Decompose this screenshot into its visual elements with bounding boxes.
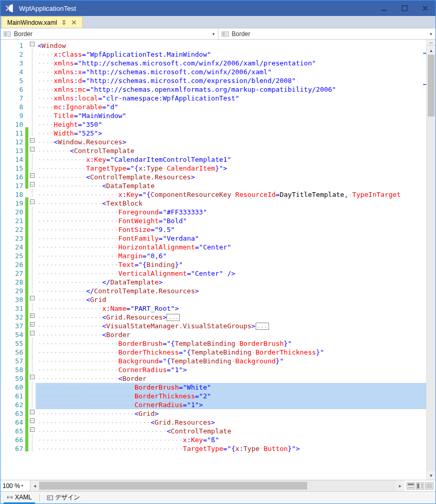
code-area[interactable]: <Window····x:Class="WpfApplicationTest.M… (36, 40, 426, 480)
zoom-value: 100 % (3, 482, 20, 490)
svg-rect-6 (408, 483, 414, 485)
designer-tab-bar: XAML デザイン (1, 491, 435, 503)
design-icon (47, 495, 53, 500)
svg-rect-9 (421, 483, 423, 489)
arrows-icon (7, 495, 13, 500)
scroll-left-icon[interactable]: ◂ (30, 480, 39, 491)
fold-column: −−−−−−−++−−−−− (28, 40, 36, 480)
svg-rect-10 (426, 483, 432, 489)
horizontal-scrollbar[interactable]: ◂ ▸ (30, 480, 405, 491)
scroll-track[interactable] (427, 55, 435, 471)
xaml-tab[interactable]: XAML (4, 492, 35, 503)
split-none-button[interactable] (425, 482, 433, 490)
chevron-down-icon: ▾ (21, 483, 23, 488)
window-title: WpfApplicationTest (19, 5, 76, 12)
svg-rect-0 (381, 10, 387, 11)
close-button[interactable] (415, 1, 435, 16)
svg-rect-5 (223, 32, 225, 36)
nav-scope-dropdown[interactable]: Border ▾ (1, 28, 219, 39)
svg-rect-7 (408, 486, 414, 489)
zoom-dropdown[interactable]: 100 % ▾ (1, 480, 30, 491)
design-tab[interactable]: デザイン (44, 492, 83, 503)
svg-rect-8 (417, 483, 420, 489)
nav-member-label: Border (232, 30, 250, 38)
split-horizontal-button[interactable] (407, 482, 415, 490)
scroll-up-icon[interactable]: ▴ (427, 46, 435, 55)
nav-member-dropdown[interactable]: Border ▾ (219, 28, 436, 39)
scroll-thumb[interactable] (428, 55, 434, 116)
tab-mainwindow-xaml[interactable]: MainWindow.xaml (2, 16, 82, 28)
close-tab-icon[interactable] (71, 19, 78, 26)
svg-rect-1 (402, 6, 407, 11)
vs-logo-icon (5, 4, 14, 13)
split-handle-icon[interactable]: ↔ (427, 40, 435, 46)
app-window: WpfApplicationTest MainWindow.xaml Borde… (0, 0, 436, 504)
vertical-scrollbar[interactable]: ↔ ▴ ▾ (426, 40, 435, 480)
xaml-tab-label: XAML (15, 494, 32, 501)
tab-separator (39, 494, 40, 501)
chevron-down-icon: ▾ (212, 31, 215, 37)
svg-rect-12 (48, 497, 50, 499)
maximize-button[interactable] (394, 1, 415, 16)
design-tab-label: デザイン (55, 493, 80, 502)
document-tab-row: MainWindow.xaml (1, 16, 435, 28)
chevron-down-icon: ▾ (430, 31, 432, 37)
minimize-button[interactable] (374, 1, 394, 16)
scroll-right-icon[interactable]: ▸ (396, 480, 405, 491)
tab-label: MainWindow.xaml (7, 19, 57, 26)
hscroll-track[interactable] (39, 480, 396, 491)
nav-bar: Border ▾ Border ▾ (1, 28, 435, 40)
hscroll-thumb[interactable] (39, 482, 307, 490)
code-editor[interactable]: 1234567891011121314151617181920212223242… (1, 40, 435, 480)
split-view-buttons (405, 482, 435, 490)
editor-status-row: 100 % ▾ ◂ ▸ (1, 480, 435, 491)
titlebar[interactable]: WpfApplicationTest (1, 1, 435, 16)
scroll-down-icon[interactable]: ▾ (427, 471, 435, 480)
nav-scope-label: Border (14, 30, 32, 38)
split-vertical-button[interactable] (416, 482, 424, 490)
svg-rect-3 (5, 32, 7, 36)
element-icon (222, 31, 229, 37)
element-icon (4, 31, 11, 37)
pin-icon[interactable] (60, 19, 68, 26)
line-number-gutter: 1234567891011121314151617181920212223242… (1, 40, 25, 480)
